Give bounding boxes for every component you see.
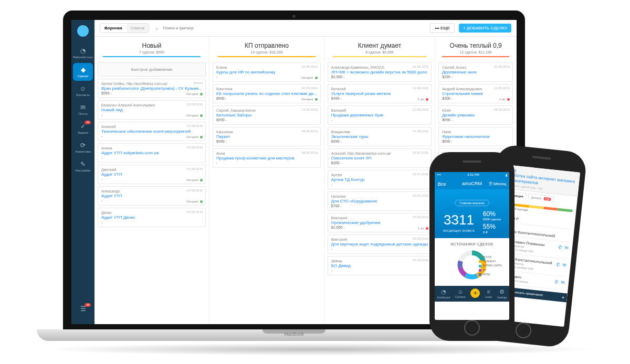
deal-card[interactable]: 05.08.2016 Дмитрий Аудит УТП - Сегодня: [98, 165, 206, 184]
call-icon[interactable]: ✆: [554, 279, 559, 285]
tab-Contacts[interactable]: ☺Contacts: [455, 288, 466, 299]
note-input-label[interactable]: Написать примечание: [511, 290, 543, 297]
card-title: Услуги лазерной резки метала: [331, 91, 428, 96]
nav-label: Сделки: [78, 74, 88, 78]
card-title: Аудит УТП svitparketu.com.ua: [101, 151, 202, 155]
sidebar-item-Почта[interactable]: ✉Почта: [73, 101, 93, 119]
card-price: $990 -: [442, 140, 509, 143]
message-icon[interactable]: ✉: [561, 280, 565, 285]
nav-icon: ⟳: [73, 142, 93, 149]
deal-card[interactable]: 22.07.2016 Артем Артем ТД Контур -: [328, 170, 432, 189]
column-meta: 8 сделок: $6,989: [328, 50, 432, 54]
status-dot-icon: [200, 179, 203, 181]
deal-card[interactable]: 08.08.2016 Каролина Паркет $990 -: [213, 127, 321, 146]
deal-card[interactable]: 22.08.2016 Елена Курсы для HR по английс…: [213, 62, 321, 82]
deal-card[interactable]: 04.08.2016 Александр Аудит УТП - Сегодня: [98, 186, 206, 206]
pipeline-pill[interactable]: Главная воронка: [455, 200, 489, 206]
card-date: 26.07.2016: [413, 151, 428, 154]
tab-add-button[interactable]: +: [470, 288, 480, 299]
tab-Dashboard[interactable]: ◔Dashboard: [437, 288, 450, 299]
quick-add-button[interactable]: Быстрое добавление: [98, 62, 206, 77]
deal-card[interactable]: Нина Фруктовые наполнители $990 -: [438, 127, 513, 146]
sidebar-item-Рабочий стол[interactable]: ◔Рабочий стол: [73, 44, 93, 62]
sidebar-item-Контакты[interactable]: ☺Контакты: [73, 82, 93, 100]
deal-card[interactable]: 26.07.2016 Алексей, http://keramashop.co…: [328, 148, 432, 168]
deal-card[interactable]: 19.08.2016 Андрей Александрович Строител…: [438, 84, 513, 103]
card-date: 22.08.2016: [494, 65, 510, 68]
pct-win: 55%: [483, 223, 501, 230]
legend-swatch: [479, 265, 481, 267]
deal-card[interactable]: 26.05.2016 Наталия Для СТО оборудование …: [328, 191, 432, 211]
card-date: 22.07.2016: [413, 173, 428, 176]
deal-card[interactable]: 14.08.2016 Сергей, Харьков Бетон Бетонны…: [213, 105, 321, 125]
deal-card[interactable]: 08.08.2016 Анна Продажа проф.косметики д…: [213, 148, 321, 168]
deal-card[interactable]: 12.08.2016 Виталий Услуги лазерной резки…: [328, 84, 432, 103]
deal-card[interactable]: 19.08.2016 Алексей Техническое обеспечен…: [98, 122, 206, 141]
card-title: Органические удобрения: [331, 220, 428, 225]
sidebar-item-Настройки[interactable]: ✎Настройки: [73, 157, 93, 175]
card-title: Для СТО оборудование: [331, 199, 428, 204]
period-toggle[interactable]: ☰ Месяц: [489, 181, 506, 186]
card-date: 01.08.2016: [413, 130, 428, 133]
laptop-brand: MacBook: [284, 331, 304, 337]
tab-Leads[interactable]: ≡Leads: [485, 288, 492, 299]
tab-all[interactable]: Все: [438, 181, 446, 187]
notifications-button[interactable]: ☰ 28: [73, 302, 93, 317]
card-date: 12.08.2016: [413, 87, 428, 90]
sidebar-item-Сделки[interactable]: ◆Сделки: [73, 63, 93, 81]
status-time: 2:21 PM: [468, 173, 479, 177]
message-icon[interactable]: ✉: [564, 245, 569, 251]
notif-badge: 28: [85, 303, 91, 307]
deal-card[interactable]: Вчера Артем Олійко, http://kpmfitness.co…: [98, 79, 206, 98]
deal-card[interactable]: 08.08.2016 Юлія Дизайн упаковки $990 -: [438, 105, 513, 125]
tab-Settings[interactable]: ⚙Settings: [497, 288, 507, 299]
deal-card[interactable]: 05.08.2016 Алена Аудит УТП svitparketu.c…: [98, 143, 206, 163]
status-dot-icon: [507, 98, 510, 101]
deal-card[interactable]: 01.08.2016 Владислав Экзотические туры $…: [328, 127, 432, 146]
card-date: 08.08.2016: [302, 151, 318, 154]
deal-card[interactable]: 08.08.2016 Виктория Для партнера ищет по…: [328, 234, 432, 254]
send-icon[interactable]: ➤: [562, 296, 565, 299]
leads-label: ВХОДЯЩИХ ЗАЯВОК: [443, 229, 475, 232]
sidebar-item-Задачи[interactable]: ✓Задачи29: [73, 120, 93, 137]
more-button[interactable]: ••• ЕЩЕ: [430, 23, 455, 33]
deal-card[interactable]: 04.08.2016 Денис Аудит УТП Денис -: [98, 208, 206, 227]
sidebar-item-Аналитика[interactable]: ⟳Аналитика: [73, 138, 93, 156]
card-status: 1 дн: [418, 98, 429, 101]
call-icon[interactable]: ✆: [556, 262, 561, 267]
card-price: $2,500 -: [331, 75, 428, 79]
card-title: Артем ТД Контур: [331, 177, 428, 182]
deal-card[interactable]: 05.08.2016 Давид БО Давид -: [328, 256, 432, 275]
nav-label: Настройки: [75, 169, 90, 172]
column-body: 22.08.2016 Александр Кравченко, EMOZZI Л…: [324, 60, 435, 324]
call-icon[interactable]: ✆: [558, 244, 563, 250]
deal-card[interactable]: 22.08.2016 Сергей, Боско Деревянные окна…: [438, 62, 513, 82]
view-funnel-tab[interactable]: Воронка: [100, 24, 127, 33]
deal-card[interactable]: 05.05.2015 Виктория Органические удобрен…: [328, 213, 432, 232]
search-icon: ⌕: [155, 26, 158, 31]
card-title: БО Давид: [331, 263, 428, 268]
status-dot-icon: [315, 98, 318, 101]
app-logo[interactable]: [77, 25, 89, 37]
card-price: $990 -: [442, 118, 509, 122]
card-date: 26.05.2016: [413, 194, 428, 197]
card-price: -: [331, 118, 428, 122]
card-title: ЛП+МК + возможно дизайн верстка за 5000 …: [331, 70, 428, 74]
deal-card[interactable]: 10.08.2016 Валерий Продажа деревянных бу…: [328, 105, 432, 125]
legend-item: КП: [479, 269, 502, 272]
view-list-tab[interactable]: Список: [127, 24, 149, 33]
topbar: Воронка Список ⌕ ••• ЕЩЕ + ДОБАВИТЬ СДЕЛ…: [94, 20, 517, 37]
card-status: Сегодня: [186, 178, 203, 181]
card-title: Аудит УТП Денис: [101, 215, 202, 220]
deal-card[interactable]: 20.08.2016 Кристина ЕЕ попросили узнать …: [213, 84, 321, 103]
message-icon[interactable]: ✉: [562, 262, 567, 268]
card-date: 05.08.2016: [187, 167, 203, 170]
card-title: Продажа проф.косметики для мастеров: [216, 156, 317, 160]
card-title: Строительная химия: [442, 91, 509, 96]
column-title: Новый: [98, 42, 206, 49]
search-input[interactable]: [153, 24, 426, 33]
deal-card[interactable]: 22.08.2016 Александр Кравченко, EMOZZI Л…: [328, 62, 432, 82]
deal-card[interactable]: 23.08.2016 Безручко Алексей Анатольевич …: [98, 100, 206, 120]
column-accent: [333, 56, 426, 57]
add-deal-button[interactable]: + ДОБАВИТЬ СДЕЛКУ: [459, 24, 511, 33]
